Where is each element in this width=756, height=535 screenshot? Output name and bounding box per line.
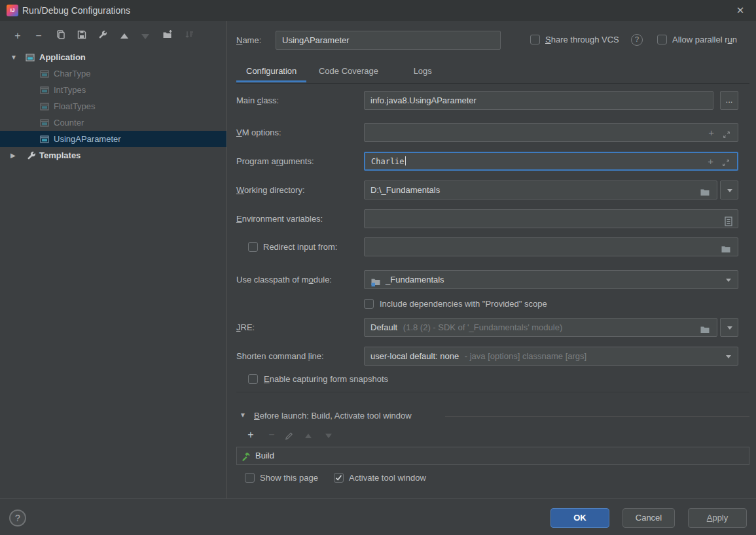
working-directory-dropdown-button[interactable]: [720, 181, 738, 199]
tree-item-label: Counter: [54, 114, 84, 131]
label-part: V: [236, 128, 242, 137]
tree-item-chartype[interactable]: CharType: [0, 65, 226, 82]
tree-group-templates[interactable]: ▶ Templates: [0, 147, 226, 164]
label-part: M options:: [242, 128, 281, 137]
main-class-value: info.java8.UsingAParameter: [370, 95, 477, 105]
move-down-icon[interactable]: [137, 29, 154, 44]
label-part: Allow parallel r: [672, 35, 728, 44]
browse-button[interactable]: ...: [720, 91, 738, 110]
tree-group-application[interactable]: ▼ Application: [0, 49, 226, 65]
task-label: Build: [255, 451, 274, 460]
enable-snapshots-checkbox[interactable]: [248, 374, 258, 384]
jre-value-detail: (1.8 (2) - SDK of '_Fundamentals' module…: [403, 322, 562, 332]
ok-button[interactable]: OK: [550, 508, 609, 528]
chevron-down-icon: [727, 326, 732, 330]
remove-configuration-icon[interactable]: −: [30, 29, 47, 44]
app-logo-icon: IJ: [7, 5, 18, 16]
help-icon[interactable]: ?: [631, 34, 643, 46]
label-part: E: [236, 214, 242, 224]
wrench-icon: [26, 150, 37, 166]
program-arguments-input[interactable]: Charlie +: [364, 152, 738, 171]
before-launch-task-list: Build: [236, 447, 749, 465]
remove-task-icon[interactable]: −: [264, 429, 279, 441]
share-vcs-checkbox[interactable]: [530, 35, 540, 44]
activate-tool-window-checkbox[interactable]: [334, 473, 344, 483]
tree-item-label: CharType: [54, 65, 90, 82]
allow-parallel-run-label: Allow parallel run: [672, 35, 737, 45]
name-input[interactable]: UsingAParameter: [276, 31, 501, 50]
label-part: Use classpath of m: [236, 275, 309, 285]
text-cursor: [405, 156, 406, 165]
name-label: Name:: [236, 35, 261, 46]
tree-item-label: FloatTypes: [54, 98, 96, 114]
label-part: Main: [236, 95, 257, 105]
allow-parallel-run-checkbox[interactable]: [657, 35, 667, 44]
vm-options-input[interactable]: +: [364, 123, 738, 142]
name-value: UsingAParameter: [282, 35, 350, 45]
form-separator: [236, 392, 749, 392]
tree-item-floattypes[interactable]: FloatTypes: [0, 98, 226, 114]
move-task-down-icon[interactable]: [325, 430, 332, 440]
chevron-down-icon[interactable]: ▼: [240, 411, 246, 419]
main-class-label: Main class:: [236, 95, 279, 106]
label-part: nable capturing form snapshots: [270, 374, 388, 384]
add-icon[interactable]: +: [708, 124, 714, 141]
task-row-build[interactable]: Build: [237, 447, 749, 464]
show-this-page-checkbox[interactable]: [245, 473, 255, 483]
label-part: RE:: [241, 322, 255, 332]
activate-tool-window-label: Activate tool window: [349, 473, 426, 483]
label-part: E: [264, 374, 270, 384]
environment-variables-input[interactable]: [364, 209, 738, 228]
apply-button[interactable]: Apply: [688, 508, 747, 528]
edit-task-icon[interactable]: [284, 431, 294, 443]
copy-configuration-icon[interactable]: [52, 29, 69, 44]
add-icon[interactable]: +: [708, 152, 713, 170]
edit-templates-icon[interactable]: [94, 29, 111, 44]
label-part: o: [309, 275, 314, 285]
move-task-up-icon[interactable]: [305, 430, 312, 440]
main-class-input[interactable]: info.java8.UsingAParameter: [364, 91, 713, 110]
label-part: dule:: [314, 275, 332, 285]
tab-bar: Configuration Code Coverage Logs: [236, 60, 749, 84]
include-provided-checkbox[interactable]: [364, 299, 374, 309]
sort-configurations-icon[interactable]: [181, 29, 198, 44]
before-launch-title: Before launch: Build, Activate tool wind…: [254, 411, 412, 421]
folder-icon[interactable]: [721, 242, 731, 256]
jre-dropdown-button[interactable]: [720, 318, 738, 337]
cancel-button[interactable]: Cancel: [622, 508, 675, 528]
jre-select[interactable]: Default (1.8 (2) - SDK of '_Fundamentals…: [364, 318, 717, 337]
help-button[interactable]: ?: [9, 509, 26, 526]
tree-item-counter[interactable]: Counter: [0, 114, 226, 131]
save-configuration-icon[interactable]: [73, 29, 90, 44]
expand-icon[interactable]: [722, 128, 731, 142]
tab-code-coverage[interactable]: Code Coverage: [309, 60, 388, 82]
label-part: W: [236, 185, 244, 195]
shorten-command-line-select[interactable]: user-local default: none - java [options…: [364, 347, 738, 366]
add-configuration-icon[interactable]: +: [9, 29, 26, 44]
close-icon[interactable]: ✕: [729, 3, 751, 18]
checkmark-icon: [334, 474, 343, 482]
expand-icon[interactable]: [721, 156, 730, 171]
tab-logs[interactable]: Logs: [404, 60, 442, 82]
label-part: efore launch: Build, Activate tool windo…: [260, 411, 412, 421]
browse-variables-icon[interactable]: [725, 215, 732, 228]
tree-item-inttypes[interactable]: IntTypes: [0, 82, 226, 98]
tree-item-usingaparameter-selected[interactable]: UsingAParameter: [0, 131, 226, 147]
footer-separator: [0, 498, 756, 499]
new-folder-icon[interactable]: [159, 29, 176, 44]
classpath-module-select[interactable]: _Fundamentals: [364, 270, 738, 289]
move-up-icon[interactable]: [116, 29, 133, 44]
label-part: pply: [712, 513, 728, 523]
redirect-input-checkbox[interactable]: [248, 242, 258, 252]
tab-configuration[interactable]: Configuration: [236, 60, 306, 82]
label-part: u: [728, 35, 732, 44]
add-task-icon[interactable]: +: [243, 429, 258, 441]
label-part: orking directory:: [244, 185, 304, 195]
redirect-input-field[interactable]: [364, 237, 738, 256]
label-part: lass:: [261, 95, 279, 105]
enable-snapshots-label: Enable capturing form snapshots: [264, 374, 388, 385]
folder-icon[interactable]: [700, 322, 710, 337]
jre-label: JRE:: [236, 322, 255, 333]
folder-icon[interactable]: [700, 185, 710, 199]
working-directory-input[interactable]: D:\_Fundamentals: [364, 181, 717, 199]
